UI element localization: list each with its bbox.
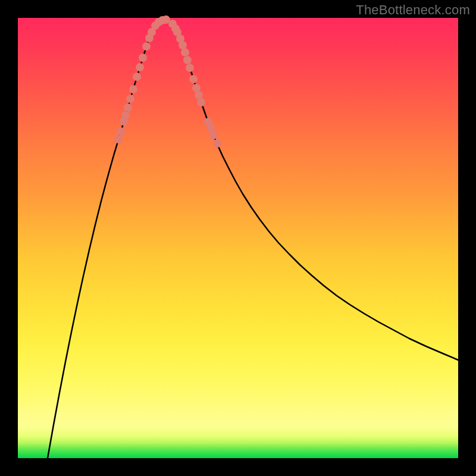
app-frame: TheBottleneck.com	[0, 0, 476, 476]
curve-dots-group	[114, 15, 221, 148]
curve-dot	[129, 85, 137, 93]
plot-svg	[18, 18, 458, 458]
watermark-text: TheBottleneck.com	[356, 2, 470, 18]
curve-dot	[114, 135, 123, 143]
curve-dot	[126, 95, 134, 103]
curve-dot	[124, 104, 132, 112]
curve-dot	[189, 75, 198, 83]
curve-dot	[183, 56, 192, 64]
curve-dot	[195, 91, 203, 99]
curve-dot	[121, 111, 130, 120]
curve-dot	[117, 127, 125, 136]
bottleneck-curve	[48, 20, 458, 458]
curve-dot	[142, 42, 151, 51]
curve-dot	[213, 139, 221, 148]
curve-dot	[133, 73, 141, 81]
curve-dot	[186, 64, 194, 72]
plot-area	[18, 18, 458, 458]
curve-dot	[181, 48, 189, 57]
curve-dot	[197, 98, 205, 107]
curve-dot	[139, 54, 147, 62]
curve-dot	[136, 63, 144, 71]
curve-dot	[209, 131, 218, 139]
curve-dot	[192, 84, 201, 92]
curve-dot	[178, 41, 187, 49]
curve-dot	[206, 124, 215, 132]
